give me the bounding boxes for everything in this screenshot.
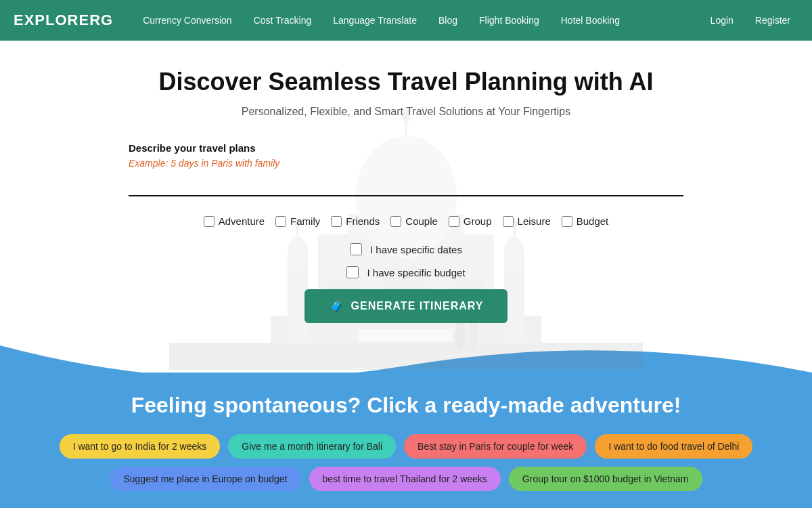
- checkbox-family-input[interactable]: [275, 216, 286, 227]
- specific-dates-checkbox[interactable]: [350, 243, 362, 255]
- checkbox-friends[interactable]: Friends: [331, 215, 380, 227]
- checkbox-adventure-input[interactable]: [204, 216, 215, 227]
- generate-button-label: GENERATE ITINERARY: [351, 300, 484, 312]
- travel-input-section: Describe your travel plans Example: 5 da…: [129, 142, 683, 215]
- checkbox-budget[interactable]: Budget: [562, 215, 609, 227]
- nav-language-translate[interactable]: Language Translate: [323, 9, 426, 31]
- input-label: Describe your travel plans: [129, 142, 683, 154]
- chips-container: I want to go to India for 2 weeks Give m…: [14, 434, 798, 491]
- nav-flight-booking[interactable]: Flight Booking: [470, 9, 549, 31]
- checkbox-group-input[interactable]: [449, 216, 459, 227]
- checkboxes-row: Adventure Family Friends Couple Group Le…: [14, 215, 798, 227]
- chip-europe[interactable]: Suggest me place in Europe on budget: [110, 467, 300, 491]
- chip-vietnam[interactable]: Group tour on $1000 budget in Vietnam: [509, 467, 702, 491]
- nav-currency-conversion[interactable]: Currency Conversion: [133, 9, 242, 31]
- wave-divider: [0, 345, 812, 379]
- checkbox-budget-input[interactable]: [562, 216, 572, 227]
- register-link[interactable]: Register: [747, 11, 798, 30]
- chip-delhi[interactable]: I want to do food travel of Delhi: [595, 434, 752, 459]
- nav-hotel-booking[interactable]: Hotel Booking: [551, 9, 629, 31]
- generate-icon: 🧳: [329, 299, 344, 314]
- hero-content: Discover Seamless Travel Planning with A…: [0, 41, 812, 337]
- nav-blog[interactable]: Blog: [429, 9, 467, 31]
- checkbox-leisure[interactable]: Leisure: [503, 215, 551, 227]
- travel-input[interactable]: [129, 173, 683, 196]
- checkbox-leisure-input[interactable]: [503, 216, 514, 227]
- login-link[interactable]: Login: [702, 11, 742, 30]
- navbar: EXPLORERG Currency Conversion Cost Track…: [0, 0, 812, 41]
- spontaneous-section: Feeling spontaneous? Click a ready-made …: [0, 373, 812, 508]
- spontaneous-title: Feeling spontaneous? Click a ready-made …: [14, 393, 798, 418]
- checkbox-adventure[interactable]: Adventure: [204, 215, 265, 227]
- specific-dates-label: I have specific dates: [370, 244, 462, 255]
- chip-paris[interactable]: Best stay in Paris for couple for week: [404, 434, 587, 459]
- checkbox-couple-input[interactable]: [390, 216, 401, 227]
- specific-budget-label: I have specific budget: [367, 267, 465, 278]
- input-example: Example: 5 days in Paris with family: [129, 158, 683, 169]
- checkbox-family[interactable]: Family: [275, 215, 320, 227]
- nav-auth: Login Register: [702, 11, 798, 30]
- nav-cost-tracking[interactable]: Cost Tracking: [244, 9, 321, 31]
- specific-dates-row: I have specific dates: [14, 243, 798, 255]
- chip-bali[interactable]: Give me a month itinerary for Bali: [228, 434, 396, 459]
- specific-budget-row: I have specific budget: [14, 266, 798, 278]
- generate-itinerary-button[interactable]: 🧳 GENERATE ITINERARY: [304, 289, 508, 323]
- chip-india[interactable]: I want to go to India for 2 weeks: [60, 434, 221, 459]
- checkbox-couple[interactable]: Couple: [390, 215, 438, 227]
- hero-title: Discover Seamless Travel Planning with A…: [14, 68, 798, 96]
- hero-section: Discover Seamless Travel Planning with A…: [0, 41, 812, 373]
- specific-budget-checkbox[interactable]: [346, 266, 359, 278]
- logo[interactable]: EXPLORERG: [14, 12, 113, 29]
- checkbox-friends-input[interactable]: [331, 216, 342, 227]
- hero-subtitle: Personalized, Flexible, and Smart Travel…: [14, 106, 798, 118]
- chip-thailand[interactable]: best time to travel Thailand for 2 weeks: [309, 467, 501, 491]
- checkbox-group[interactable]: Group: [449, 215, 492, 227]
- nav-links: Currency Conversion Cost Tracking Langua…: [133, 9, 702, 31]
